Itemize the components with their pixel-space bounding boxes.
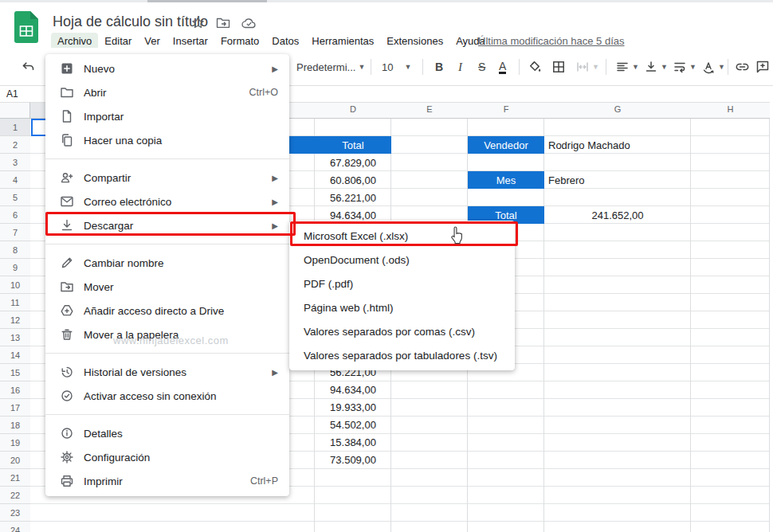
- menu-extensiones[interactable]: Extensiones: [380, 33, 449, 49]
- cell-g6[interactable]: 241.652,00: [544, 206, 691, 224]
- horizontal-align-icon[interactable]: ▼: [615, 48, 639, 86]
- file-menu-abrir[interactable]: Abrir Ctrl+O: [45, 80, 289, 104]
- cell-d4[interactable]: 60.806,00: [315, 171, 391, 189]
- menu-datos[interactable]: Datos: [265, 33, 305, 49]
- file-menu-importar[interactable]: Importar: [45, 104, 289, 128]
- file-menu-historial[interactable]: Historial de versiones ▶: [45, 360, 289, 384]
- file-menu-detalles[interactable]: Detalles: [45, 421, 289, 445]
- name-box[interactable]: A1: [6, 88, 18, 100]
- row-header-6[interactable]: 6: [0, 206, 30, 224]
- row-header-20[interactable]: 20: [0, 452, 30, 469]
- cell-d17[interactable]: 19.933,00: [315, 398, 391, 416]
- submenu-item-html[interactable]: Página web (.html): [289, 295, 515, 319]
- text-wrap-icon[interactable]: ▼: [673, 48, 696, 86]
- cell-f4[interactable]: Mes: [468, 171, 544, 189]
- column-header-f[interactable]: F: [468, 104, 544, 114]
- row-header-11[interactable]: 11: [0, 294, 30, 311]
- submenu-item-ods[interactable]: OpenDocument (.ods): [289, 248, 515, 272]
- column-header-h[interactable]: H: [691, 104, 770, 114]
- strikethrough-button[interactable]: S: [478, 48, 485, 86]
- row-header-23[interactable]: 23: [0, 504, 30, 522]
- row-header-12[interactable]: 12: [0, 311, 30, 329]
- submenu-arrow-icon: ▶: [272, 174, 278, 182]
- cell-d19[interactable]: 15.384,00: [315, 433, 391, 451]
- star-icon[interactable]: [191, 16, 205, 29]
- insert-link-icon[interactable]: [735, 48, 750, 86]
- last-modified-link[interactable]: Última modificación hace 5 días: [478, 35, 625, 47]
- file-menu-nuevo[interactable]: Nuevo ▶: [45, 57, 289, 80]
- select-all-corner[interactable]: [0, 102, 30, 119]
- row-header-17[interactable]: 17: [0, 399, 30, 417]
- row-header-14[interactable]: 14: [0, 346, 30, 364]
- cell-d3[interactable]: 67.829,00: [315, 154, 391, 171]
- document-title[interactable]: Hoja de cálculo sin título: [53, 14, 208, 30]
- cell-d5[interactable]: 56.221,00: [315, 189, 391, 206]
- row-header-13[interactable]: 13: [0, 329, 30, 346]
- menu-archivo[interactable]: Archivo: [51, 33, 98, 49]
- row-header-22[interactable]: 22: [0, 487, 30, 504]
- submenu-item-csv[interactable]: Valores separados por comas (.csv): [289, 319, 515, 343]
- cell-d16[interactable]: 94.634,00: [315, 381, 391, 398]
- row-header-15[interactable]: 15: [0, 364, 30, 381]
- text-rotation-icon[interactable]: ▼: [701, 48, 725, 86]
- file-menu-configuracion[interactable]: Configuración: [45, 445, 289, 469]
- row-header-21[interactable]: 21: [0, 469, 30, 487]
- column-header-d[interactable]: D: [315, 104, 391, 114]
- submenu-item-tsv[interactable]: Valores separados por tabuladores (.tsv): [289, 343, 515, 367]
- sheets-logo-icon[interactable]: [14, 11, 38, 43]
- row-header-2[interactable]: 2: [0, 136, 30, 154]
- row-header-9[interactable]: 9: [0, 259, 30, 276]
- menu-ver[interactable]: Ver: [138, 33, 167, 49]
- row-header-24[interactable]: 24: [0, 522, 30, 532]
- file-menu-mover[interactable]: Mover: [45, 275, 289, 299]
- file-menu-acceso-offline[interactable]: Activar acceso sin conexión: [45, 384, 289, 408]
- insert-comment-icon[interactable]: [755, 48, 770, 86]
- fill-color-icon[interactable]: [528, 48, 542, 86]
- font-family-select[interactable]: Predetermi...▼: [296, 48, 365, 86]
- file-menu-hacer-copia[interactable]: Hacer una copia: [45, 128, 289, 152]
- cell-f2[interactable]: Vendedor: [468, 136, 544, 154]
- text-color-button[interactable]: A: [499, 48, 506, 86]
- row-header-5[interactable]: 5: [0, 189, 30, 206]
- cell-g2[interactable]: Rodrigo Machado: [548, 136, 690, 154]
- row-header-10[interactable]: 10: [0, 276, 30, 294]
- italic-button[interactable]: I: [458, 48, 462, 86]
- chevron-down-icon: ▼: [404, 63, 411, 71]
- row-header-8[interactable]: 8: [0, 241, 30, 259]
- row-header-7[interactable]: 7: [0, 224, 30, 241]
- column-header-e[interactable]: E: [391, 104, 468, 114]
- column-header-a-selected[interactable]: [30, 102, 45, 119]
- row-header-16[interactable]: 16: [0, 381, 30, 399]
- rename-icon: [60, 256, 74, 270]
- row-header-3[interactable]: 3: [0, 154, 30, 171]
- font-size-select[interactable]: 10▼: [382, 48, 411, 86]
- file-menu-drive-shortcut[interactable]: Añadir acceso directo a Drive: [45, 299, 289, 323]
- row-header-1[interactable]: 1: [0, 119, 30, 136]
- file-menu-imprimir[interactable]: Imprimir Ctrl+P: [45, 469, 289, 493]
- menu-formato[interactable]: Formato: [214, 33, 265, 49]
- file-menu-correo[interactable]: Correo electrónico ▶: [45, 190, 289, 213]
- vertical-align-icon[interactable]: ▼: [644, 48, 668, 86]
- menu-editar[interactable]: Editar: [98, 33, 138, 49]
- submenu-arrow-icon: ▶: [272, 368, 278, 377]
- cloud-status-icon[interactable]: [241, 17, 257, 29]
- merge-cells-icon[interactable]: ▼: [575, 48, 599, 86]
- menu-separator: [45, 346, 289, 360]
- file-menu-compartir[interactable]: Compartir ▶: [45, 166, 289, 190]
- cell-d18[interactable]: 54.502,00: [315, 416, 391, 433]
- undo-icon[interactable]: [21, 48, 35, 86]
- cell-g4[interactable]: Febrero: [548, 171, 690, 189]
- move-folder-icon[interactable]: [216, 17, 230, 29]
- cell-d20[interactable]: 73.509,00: [315, 451, 391, 468]
- file-menu-cambiar-nombre[interactable]: Cambiar nombre: [45, 251, 289, 275]
- column-header-g[interactable]: G: [544, 104, 691, 114]
- bold-button[interactable]: B: [435, 48, 443, 86]
- row-header-18[interactable]: 18: [0, 417, 30, 434]
- row-header-4[interactable]: 4: [0, 171, 30, 189]
- borders-icon[interactable]: [551, 48, 566, 86]
- menu-herramientas[interactable]: Herramientas: [305, 33, 380, 49]
- submenu-item-pdf[interactable]: PDF (.pdf): [289, 272, 515, 295]
- row-header-19[interactable]: 19: [0, 434, 30, 452]
- menu-insertar[interactable]: Insertar: [167, 33, 214, 49]
- cell-d2[interactable]: Total: [289, 136, 391, 154]
